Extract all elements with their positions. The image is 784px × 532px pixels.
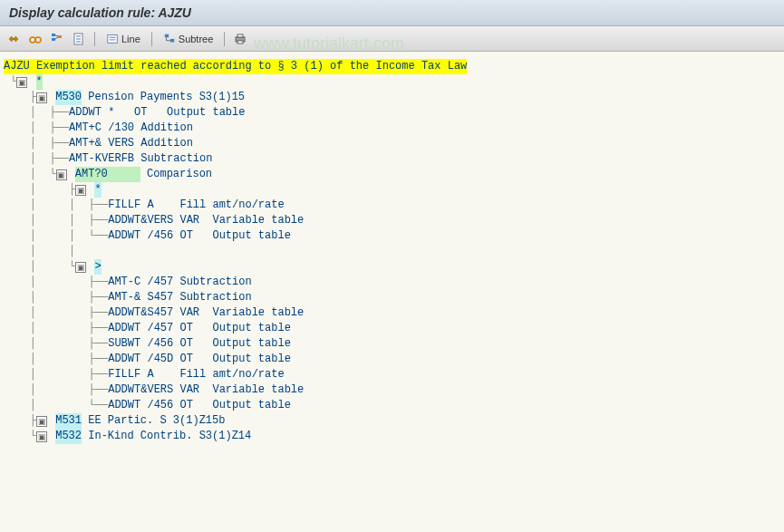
leaf-text: ADDWT /457 OT Output table bbox=[108, 321, 291, 336]
tree-leaf[interactable]: │ │ ├──FILLF A Fill amt/no/rate bbox=[4, 198, 780, 213]
tree-leaf[interactable]: │ ├──AMT-C /457 Subtraction bbox=[4, 275, 780, 290]
leaf-text: ADDWT /456 OT Output table bbox=[108, 398, 291, 413]
node-code: M531 bbox=[55, 413, 82, 429]
tree-leaf[interactable]: │ ├──AMT+C /130 Addition bbox=[4, 121, 780, 136]
tree-root[interactable]: AJZU Exemption limit reached according t… bbox=[4, 59, 780, 74]
leaf-text: ADDWT&VERS VAR Variable table bbox=[108, 213, 304, 228]
node-text: In-Kind Contrib. S3(1)Z14 bbox=[82, 429, 251, 444]
svg-point-1 bbox=[35, 37, 41, 43]
node-label: * bbox=[94, 182, 101, 198]
node-text: EE Partic. S 3(1)Z15b bbox=[82, 413, 225, 429]
tree-leaf[interactable]: │ └──ADDWT /456 OT Output table bbox=[4, 398, 780, 413]
tree-node[interactable]: ├▣ M530 Pension Payments S3(1)15 bbox=[4, 90, 780, 105]
tree-leaf[interactable]: │ ├──ADDWT * OT Output table bbox=[4, 105, 780, 121]
tree-leaf[interactable]: │ ├──SUBWT /456 OT Output table bbox=[4, 336, 780, 352]
node-text: Pension Payments S3(1)15 bbox=[82, 90, 245, 105]
leaf-text: AMT-C /457 Subtraction bbox=[108, 275, 251, 290]
tree-leaf[interactable]: │ ├──ADDWT /457 OT Output table bbox=[4, 321, 780, 336]
svg-line-6 bbox=[55, 35, 58, 36]
tree-leaf[interactable]: │ ├──ADDWT&VERS VAR Variable table bbox=[4, 382, 780, 398]
collapse-icon[interactable]: ▣ bbox=[16, 77, 27, 88]
leaf-text: ADDWT&S457 VAR Variable table bbox=[108, 305, 304, 321]
tree-node[interactable]: ├▣ M531 EE Partic. S 3(1)Z15b bbox=[4, 413, 780, 429]
leaf-text: FILLF A Fill amt/no/rate bbox=[108, 367, 284, 382]
print-icon[interactable] bbox=[232, 31, 248, 47]
tree-content: AJZU Exemption limit reached according t… bbox=[0, 52, 784, 532]
toolbar: Line Subtree bbox=[0, 26, 784, 52]
tree-node[interactable]: │ └▣ AMT?0 Comparison bbox=[4, 167, 780, 182]
tree-leaf[interactable]: │ ├──ADDWT /45D OT Output table bbox=[4, 352, 780, 367]
node-code: M530 bbox=[55, 90, 82, 105]
leaf-text: ADDWT&VERS VAR Variable table bbox=[108, 382, 304, 398]
node-code: M532 bbox=[55, 429, 82, 444]
svg-rect-15 bbox=[165, 34, 169, 37]
leaf-text: AMT-KVERFB Subtraction bbox=[69, 151, 212, 167]
line-button[interactable]: Line bbox=[102, 32, 144, 46]
tree-icon[interactable] bbox=[49, 31, 65, 47]
tree-node[interactable]: └▣ * bbox=[4, 74, 780, 90]
separator bbox=[224, 32, 225, 46]
title-bar: Display calculation rule: AJZU bbox=[0, 0, 784, 26]
svg-rect-4 bbox=[52, 38, 55, 41]
separator bbox=[94, 32, 95, 46]
node-label: * bbox=[36, 74, 43, 90]
tree-leaf[interactable]: │ ├──AMT+& VERS Addition bbox=[4, 136, 780, 151]
leaf-text: FILLF A Fill amt/no/rate bbox=[108, 198, 284, 213]
separator bbox=[151, 32, 152, 46]
line-label: Line bbox=[121, 34, 140, 44]
svg-rect-3 bbox=[52, 34, 55, 36]
leaf-text: ADDWT /456 OT Output table bbox=[108, 228, 291, 244]
tree-leaf[interactable]: │ ├──ADDWT&S457 VAR Variable table bbox=[4, 305, 780, 321]
root-text: Exemption limit reached according to § 3… bbox=[30, 59, 467, 74]
subtree-button[interactable]: Subtree bbox=[160, 32, 218, 46]
svg-rect-21 bbox=[237, 41, 243, 44]
node-text: Comparison bbox=[140, 167, 212, 182]
glasses-icon[interactable] bbox=[27, 31, 44, 47]
tree-leaf[interactable]: │ ├──AMT-& S457 Subtraction bbox=[4, 290, 780, 305]
leaf-text: AMT+C /130 Addition bbox=[69, 121, 193, 136]
node-code: AMT?0 bbox=[75, 167, 140, 182]
svg-rect-12 bbox=[108, 34, 118, 43]
svg-rect-16 bbox=[170, 39, 174, 43]
doc-icon[interactable] bbox=[71, 31, 87, 47]
svg-point-0 bbox=[30, 37, 35, 43]
subtree-label: Subtree bbox=[179, 34, 214, 44]
expand-icon[interactable]: ▣ bbox=[36, 416, 47, 427]
page-title: Display calculation rule: AJZU bbox=[9, 5, 191, 20]
tree-node[interactable]: │ └▣ > bbox=[4, 259, 780, 275]
svg-rect-20 bbox=[237, 34, 243, 37]
leaf-text: AMT-& S457 Subtraction bbox=[108, 290, 251, 305]
collapse-icon[interactable]: ▣ bbox=[56, 169, 67, 180]
expand-icon[interactable]: ▣ bbox=[36, 431, 47, 442]
tree-leaf[interactable]: │ │ └──ADDWT /456 OT Output table bbox=[4, 228, 780, 244]
leaf-text: ADDWT * OT Output table bbox=[69, 105, 245, 121]
svg-rect-5 bbox=[58, 35, 62, 38]
tool-icon-1[interactable] bbox=[5, 31, 22, 47]
tree-leaf[interactable]: │ ├──FILLF A Fill amt/no/rate bbox=[4, 367, 780, 382]
collapse-icon[interactable]: ▣ bbox=[75, 185, 86, 196]
tree-node[interactable]: └▣ M532 In-Kind Contrib. S3(1)Z14 bbox=[4, 429, 780, 444]
leaf-text: ADDWT /45D OT Output table bbox=[108, 352, 291, 367]
tree-node[interactable]: │ ├▣ * bbox=[4, 182, 780, 198]
tree-leaf[interactable]: │ │ ├──ADDWT&VERS VAR Variable table bbox=[4, 213, 780, 228]
collapse-icon[interactable]: ▣ bbox=[36, 92, 47, 103]
node-label: > bbox=[94, 259, 101, 275]
tree-spacer: │ │ bbox=[4, 244, 780, 259]
root-code: AJZU bbox=[4, 59, 30, 74]
tree-leaf[interactable]: │ ├──AMT-KVERFB Subtraction bbox=[4, 151, 780, 167]
svg-line-7 bbox=[55, 37, 58, 39]
leaf-text: AMT+& VERS Addition bbox=[69, 136, 193, 151]
leaf-text: SUBWT /456 OT Output table bbox=[108, 336, 291, 352]
collapse-icon[interactable]: ▣ bbox=[75, 262, 86, 273]
